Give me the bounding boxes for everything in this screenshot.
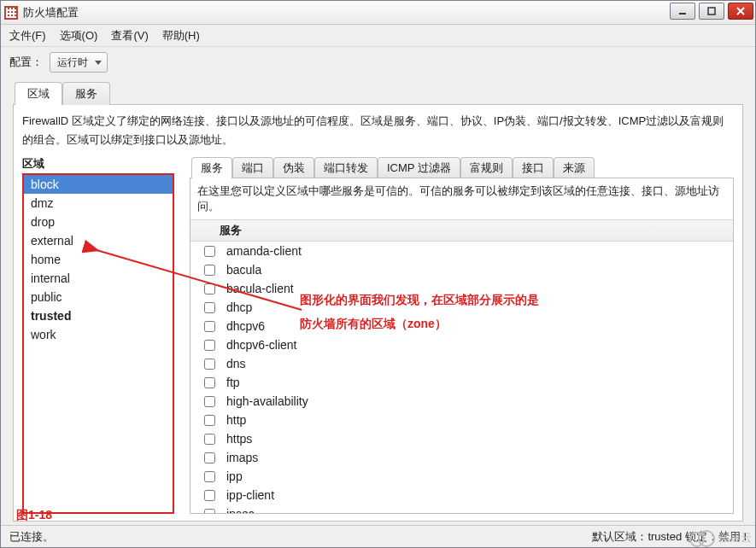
service-name: https (226, 432, 252, 446)
inner-tab-interfaces[interactable]: 接口 (513, 157, 554, 178)
service-row: http (190, 411, 733, 429)
service-checkbox[interactable] (204, 415, 215, 426)
inner-tab-rich-rules[interactable]: 富规则 (460, 157, 513, 178)
zone-item-internal[interactable]: internal (24, 269, 173, 288)
service-row: ipp-client (190, 486, 733, 504)
zone-item-external[interactable]: external (24, 231, 173, 250)
minimize-button[interactable] (670, 3, 695, 20)
zone-item-public[interactable]: public (24, 288, 173, 306)
service-name: imaps (226, 451, 258, 464)
service-name: amanda-client (226, 244, 302, 258)
service-checkbox[interactable] (204, 490, 215, 501)
service-row: dhcpv6 (190, 317, 733, 335)
window-title: 防火墙配置 (23, 5, 79, 20)
service-checkbox[interactable] (204, 340, 215, 351)
tab-services-label: 服务 (75, 87, 97, 100)
service-checkbox[interactable] (204, 321, 215, 332)
inner-tabs: 服务 端口 伪装 端口转发 ICMP 过滤器 富规则 接口 来源 (191, 156, 734, 178)
detail-column: 服务 端口 伪装 端口转发 ICMP 过滤器 富规则 接口 来源 在这里您可以定… (190, 156, 734, 514)
menubar: 文件(F) 选项(O) 查看(V) 帮助(H) (1, 25, 755, 47)
service-checkbox[interactable] (204, 434, 215, 445)
window-frame: 防火墙配置 文件(F) 选项(O) 查看(V) 帮助(H) 配置： 运行时 区域 (0, 0, 756, 548)
service-row: dhcp (190, 298, 733, 317)
service-name: dhcpv6 (226, 319, 265, 333)
tab-services[interactable]: 服务 (62, 82, 110, 105)
menu-options[interactable]: 选项(O) (60, 28, 98, 44)
service-name: ftp (226, 376, 240, 389)
service-row: dns (190, 354, 733, 373)
zone-item-drop[interactable]: drop (24, 213, 173, 231)
service-checkbox[interactable] (204, 283, 215, 294)
service-row: bacula (190, 260, 733, 279)
zone-description: FirewallD 区域定义了绑定的网络连接、接口以及源地址的可信程度。区域是服… (14, 105, 742, 156)
service-header: 服务 (190, 219, 733, 242)
service-name: ipsec (226, 507, 255, 513)
service-checkbox[interactable] (204, 359, 215, 370)
service-list[interactable]: amanda-client bacula bacula-client dhcp … (190, 242, 733, 513)
inner-tab-port-forwarding[interactable]: 端口转发 (314, 157, 378, 178)
inner-tab-masquerading[interactable]: 伪装 (273, 157, 314, 178)
figure-label: 图1-18 (16, 508, 52, 523)
zone-heading: 区域 (22, 156, 174, 172)
maximize-button[interactable] (699, 3, 724, 20)
service-name: bacula-client (226, 282, 294, 295)
zone-item-home[interactable]: home (24, 250, 173, 269)
service-name: ipp-client (226, 488, 274, 502)
service-row: high-availability (190, 392, 733, 411)
service-row: ftp (190, 373, 733, 392)
service-name: dhcpv6-client (226, 338, 297, 352)
watermark-text: 亿速云 (718, 530, 752, 545)
zone-item-dmz[interactable]: dmz (24, 194, 173, 213)
config-dropdown[interactable]: 运行时 (50, 52, 108, 73)
menu-view[interactable]: 查看(V) (111, 28, 148, 44)
service-row: dhcpv6-client (190, 335, 733, 354)
service-checkbox[interactable] (204, 452, 215, 463)
statusbar: 已连接。 默认区域：trusted 锁定：禁用 I (1, 525, 755, 547)
zone-item-work[interactable]: work (24, 325, 173, 344)
menu-help[interactable]: 帮助(H) (162, 28, 200, 44)
service-checkbox[interactable] (204, 302, 215, 313)
service-checkbox[interactable] (204, 246, 215, 257)
service-checkbox[interactable] (204, 265, 215, 276)
firewall-app-icon (4, 6, 18, 20)
service-name: ipp (226, 469, 243, 483)
status-left: 已连接。 (9, 529, 54, 545)
menu-file[interactable]: 文件(F) (9, 28, 46, 44)
service-checkbox[interactable] (204, 377, 215, 388)
service-name: bacula (226, 263, 261, 277)
inner-tab-ports[interactable]: 端口 (232, 157, 273, 178)
service-checkbox[interactable] (204, 471, 215, 482)
service-row: https (190, 429, 733, 448)
main-panel: FirewallD 区域定义了绑定的网络连接、接口以及源地址的可信程度。区域是服… (13, 104, 743, 522)
inner-tab-icmp[interactable]: ICMP 过滤器 (378, 157, 460, 178)
svg-rect-1 (708, 8, 715, 15)
titlebar: 防火墙配置 (1, 1, 755, 25)
service-row: imaps (190, 448, 733, 467)
main-tabs: 区域 服务 (15, 81, 755, 104)
service-checkbox[interactable] (204, 396, 215, 407)
service-row: ipp (190, 467, 733, 486)
service-name: dhcp (226, 300, 252, 314)
service-checkbox[interactable] (204, 509, 215, 513)
inner-panel: 在这里您可以定义区域中哪些服务是可信的。可信的服务可以被绑定到该区域的任意连接、… (190, 178, 734, 514)
inner-tab-sources[interactable]: 来源 (554, 157, 595, 178)
tab-zones[interactable]: 区域 (15, 82, 62, 105)
tab-zones-label: 区域 (27, 87, 50, 100)
service-column-label: 服务 (220, 223, 242, 238)
service-row: bacula-client (190, 279, 733, 298)
service-row: ipsec (190, 504, 733, 513)
zone-column: 区域 block dmz drop external home internal… (22, 156, 174, 514)
inner-tab-services[interactable]: 服务 (191, 157, 232, 178)
service-name: http (226, 413, 246, 427)
panel-body: 区域 block dmz drop external home internal… (14, 156, 742, 521)
config-value: 运行时 (57, 55, 88, 70)
cloud-icon (689, 530, 715, 545)
zone-item-block[interactable]: block (24, 175, 173, 194)
zone-list[interactable]: block dmz drop external home internal pu… (22, 173, 174, 514)
config-row: 配置： 运行时 (1, 47, 755, 74)
close-button[interactable] (728, 3, 753, 20)
service-name: high-availability (226, 394, 308, 408)
zone-item-trusted[interactable]: trusted (24, 306, 173, 325)
service-name: dns (226, 357, 246, 370)
window-controls (670, 3, 753, 20)
